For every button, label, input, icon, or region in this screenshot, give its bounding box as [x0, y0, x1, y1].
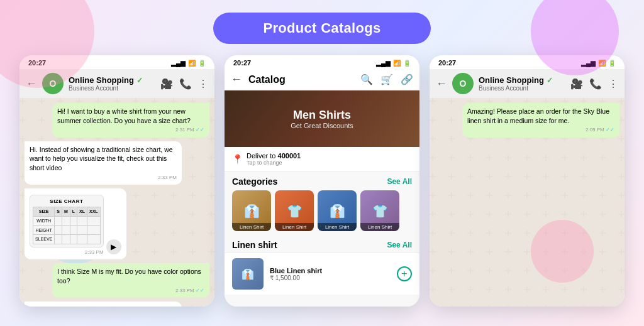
deliver-pincode: 400001 — [278, 152, 301, 160]
phone-chat-right: 20:27 ▂▄▆ 📶 🔋 ← O Online Shopping ✓ Busi… — [430, 55, 625, 307]
chat-info-right: Online Shopping ✓ Business Account — [479, 75, 565, 92]
status-time-mid: 20:27 — [233, 59, 251, 67]
phone-chat-left: 20:27 ▂▄▆ 📶 🔋 ← O Online Shopping ✓ Busi… — [19, 55, 214, 307]
battery-icon: 🔋 — [198, 60, 206, 67]
search-icon[interactable]: 🔍 — [360, 73, 373, 85]
back-arrow-right[interactable]: ← — [436, 77, 447, 90]
tick-icon-amazing: ✓✓ — [606, 127, 614, 133]
msg-received-1-time: 2:33 PM — [30, 174, 177, 181]
categories-row: 👔 Linen Shirt 👕 Linen Shirt 👔 Linen Shir… — [225, 190, 419, 236]
status-icons-mid: ▂▄▆ 📶 🔋 — [376, 60, 411, 67]
categories-see-all[interactable]: See All — [387, 177, 412, 186]
catalog-actions[interactable]: 🔍 🛒 🔗 — [360, 73, 413, 85]
linen-section-header: Linen shirt See All — [225, 236, 419, 253]
category-label-4: Linen Shirt — [360, 223, 399, 231]
phone-catalog: 20:27 ▂▄▆ 📶 🔋 ← Catalog 🔍 🛒 🔗 Men Shirts… — [225, 55, 419, 307]
signal-icon-mid: ▂▄▆ — [376, 60, 391, 67]
chat-body-right: Amazing! Please place an order for the S… — [430, 98, 625, 307]
msg-sent-2: I think Size M is my fit. Do you have co… — [52, 263, 209, 298]
msg-received-1-text: Hi. Instead of showing a traditional siz… — [30, 146, 173, 171]
msg-amazing: Amazing! Please place an order for the S… — [462, 103, 619, 138]
linen-title: Linen shirt — [232, 240, 277, 250]
category-label-1: Linen Shirt — [232, 223, 271, 231]
msg-sent-1: Hi! I want to buy a white shirt from you… — [52, 103, 209, 138]
msg-amazing-time: 2:09 PM ✓✓ — [467, 126, 614, 133]
msg-received-2: Absolutely! We have the linen shirt avai… — [25, 302, 182, 307]
more-icon[interactable]: ⋮ — [198, 78, 208, 90]
tick-icon-2: ✓✓ — [196, 288, 204, 293]
size-chart-msg: SIZE CHART SIZESMLXLXXL WIDTH HEIGHT SLE… — [25, 188, 126, 260]
video-icon[interactable]: 🎥 — [160, 78, 173, 90]
catalog-header: ← Catalog 🔍 🛒 🔗 — [225, 69, 419, 90]
category-label-2: Linen Shirt — [275, 223, 314, 231]
msg-sent-2-text: I think Size M is my fit. Do you have co… — [57, 268, 201, 285]
catalog-body: 📍 Deliver to 400001 Tap to change Catego… — [225, 147, 419, 307]
chat-info-left: Online Shopping ✓ Business Account — [69, 75, 155, 92]
size-chart-card: SIZE CHART SIZESMLXLXXL WIDTH HEIGHT SLE… — [30, 195, 104, 247]
verified-icon-right: ✓ — [547, 76, 553, 85]
chat-body-left: Hi! I want to buy a white shirt from you… — [19, 98, 214, 307]
chat-header-right: ← O Online Shopping ✓ Business Account 🎥… — [430, 69, 625, 98]
battery-icon-right: 🔋 — [608, 60, 616, 67]
msg-sent-1-time: 2:31 PM ✓✓ — [57, 126, 204, 133]
more-icon-right[interactable]: ⋮ — [608, 78, 618, 90]
size-chart-time: 2:33 PM — [30, 249, 104, 256]
size-chart-table: SIZESMLXLXXL WIDTH HEIGHT SLEEVE — [33, 207, 101, 244]
add-to-cart-button[interactable]: + — [397, 266, 412, 281]
categories-title: Categories — [232, 177, 277, 187]
play-button[interactable]: ▶ — [106, 239, 121, 254]
video-icon-right[interactable]: 🎥 — [570, 78, 583, 90]
battery-icon-mid: 🔋 — [403, 60, 411, 67]
chat-name-left: Online Shopping ✓ — [69, 75, 155, 85]
chat-actions-right[interactable]: 🎥 📞 ⋮ — [570, 78, 618, 90]
product-row[interactable]: 👔 Blue Linen shirt ₹ 1,500.00 + — [225, 253, 419, 295]
deliver-info: Deliver to 400001 Tap to change — [247, 152, 301, 166]
verified-icon-left: ✓ — [136, 76, 143, 85]
msg-received-1: Hi. Instead of showing a traditional siz… — [25, 141, 182, 185]
chat-name-right: Online Shopping ✓ — [479, 75, 565, 85]
wifi-icon: 📶 — [188, 60, 196, 67]
banner-sub: Get Great Discounts — [291, 122, 353, 129]
product-name: Blue Linen shirt — [270, 267, 391, 274]
category-item-4[interactable]: 👕 Linen Shirt — [360, 190, 399, 231]
deliver-text: Deliver to 400001 — [247, 152, 301, 160]
tick-icon: ✓✓ — [196, 127, 204, 133]
chat-sub-left: Business Account — [69, 85, 155, 92]
phone-icon[interactable]: 📞 — [179, 78, 192, 90]
product-thumb: 👔 — [232, 258, 264, 290]
category-label-3: Linen Shirt — [318, 223, 357, 231]
status-icons-left: ▂▄▆ 📶 🔋 — [171, 60, 206, 67]
banner-text: Men Shirts Get Great Discounts — [291, 109, 353, 129]
category-item-2[interactable]: 👕 Linen Shirt — [275, 190, 314, 231]
wifi-icon-mid: 📶 — [393, 60, 401, 67]
size-chart-title: SIZE CHART — [33, 198, 101, 205]
category-item-3[interactable]: 👔 Linen Shirt — [318, 190, 357, 231]
product-price: ₹ 1,500.00 — [270, 274, 391, 281]
categories-header: Categories See All — [225, 171, 419, 190]
page-title: Product Catalogs — [213, 13, 431, 44]
msg-sent-2-time: 2:33 PM ✓✓ — [57, 287, 204, 294]
banner-title: Men Shirts — [291, 109, 353, 122]
status-time-right: 20:27 — [438, 59, 456, 67]
catalog-banner: Men Shirts Get Great Discounts — [225, 90, 419, 147]
location-icon: 📍 — [232, 154, 243, 164]
signal-icon: ▂▄▆ — [171, 60, 186, 67]
link-icon[interactable]: 🔗 — [401, 73, 413, 85]
category-item-1[interactable]: 👔 Linen Shirt — [232, 190, 271, 231]
msg-received-2-text: Absolutely! We have the linen shirt avai… — [30, 306, 172, 307]
phone-icon-right[interactable]: 📞 — [589, 78, 602, 90]
product-info: Blue Linen shirt ₹ 1,500.00 — [270, 267, 391, 281]
avatar-right: O — [452, 73, 474, 94]
deliver-row[interactable]: 📍 Deliver to 400001 Tap to change — [225, 147, 419, 171]
catalog-title: Catalog — [248, 74, 354, 85]
cart-icon[interactable]: 🛒 — [380, 73, 393, 85]
msg-sent-1-text: Hi! I want to buy a white shirt from you… — [57, 107, 191, 124]
status-bar-mid: 20:27 ▂▄▆ 📶 🔋 — [225, 55, 419, 69]
linen-see-all[interactable]: See All — [387, 241, 412, 249]
chat-actions-left[interactable]: 🎥 📞 ⋮ — [160, 78, 208, 90]
msg-amazing-text: Amazing! Please place an order for the S… — [467, 107, 609, 124]
deliver-tap[interactable]: Tap to change — [247, 160, 301, 166]
chat-sub-right: Business Account — [479, 85, 565, 92]
catalog-back-arrow[interactable]: ← — [231, 73, 242, 86]
